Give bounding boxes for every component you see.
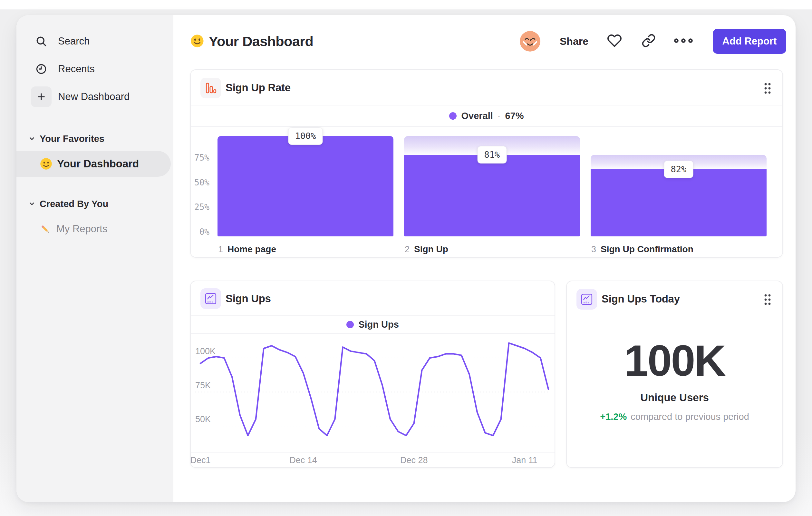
funnel-bar bbox=[218, 136, 394, 236]
sidebar-item-label: Your Dashboard bbox=[57, 151, 139, 177]
funnel-y-tick: 0% bbox=[191, 227, 209, 237]
page-title: Your Dashboard bbox=[209, 32, 313, 51]
metric-value: 100K bbox=[567, 335, 782, 386]
share-button[interactable]: Share bbox=[555, 31, 593, 52]
funnel-step-label: 3Sign Up Confirmation bbox=[591, 243, 693, 256]
section-title: Created By You bbox=[40, 195, 108, 213]
card-header: Sign Ups Today bbox=[567, 281, 782, 317]
card-title: Sign Ups Today bbox=[602, 281, 680, 317]
sidebar-item-label: My Reports bbox=[56, 219, 107, 239]
favorite-heart-button[interactable] bbox=[604, 31, 625, 52]
sign-up-rate-card: Sign Up Rate Overall · 67% 75%50%25%0%10… bbox=[190, 69, 783, 258]
metric-delta-row: +1.2% compared to previous period bbox=[567, 411, 782, 422]
heart-icon bbox=[607, 33, 622, 49]
clock-icon bbox=[31, 59, 52, 79]
sidebar-item-your-dashboard[interactable]: Your Dashboard bbox=[17, 151, 171, 177]
line-y-tick: 75K bbox=[195, 381, 211, 390]
more-dots-icon bbox=[673, 37, 693, 46]
sidebar-item-my-reports[interactable]: My Reports bbox=[17, 219, 173, 239]
app-window: Search Recents New Dashboard Your Favori… bbox=[17, 15, 795, 502]
chevron-down-icon bbox=[28, 200, 35, 209]
smiley-emoji bbox=[40, 157, 53, 171]
funnel-bar bbox=[404, 155, 580, 236]
section-title: Your Favorites bbox=[40, 130, 105, 148]
drag-handle-icon[interactable] bbox=[761, 293, 774, 307]
funnel-value-chip: 82% bbox=[664, 161, 693, 178]
line-chart-svg bbox=[191, 281, 555, 467]
line-chart: 100K75K50KDec1Dec 14Dec 28Jan 11 bbox=[191, 281, 555, 467]
plus-icon bbox=[31, 86, 52, 107]
sidebar-section-created-by-you[interactable]: Created By You bbox=[17, 195, 173, 213]
funnel-step-label: 2Sign Up bbox=[405, 243, 448, 256]
sidebar-item-search[interactable]: Search bbox=[17, 31, 173, 52]
avatar[interactable] bbox=[520, 31, 540, 52]
copy-link-button[interactable] bbox=[638, 31, 659, 52]
sidebar-item-new-dashboard[interactable]: New Dashboard bbox=[17, 86, 173, 107]
line-x-tick: Jan 11 bbox=[512, 455, 538, 466]
funnel-y-tick: 75% bbox=[191, 153, 209, 163]
chevron-down-icon bbox=[28, 135, 35, 143]
line-x-tick: Dec 14 bbox=[289, 455, 317, 466]
sidebar-item-label: New Dashboard bbox=[58, 86, 129, 107]
line-y-tick: 100K bbox=[195, 346, 215, 356]
sidebar: Search Recents New Dashboard Your Favori… bbox=[17, 15, 173, 502]
funnel-y-tick: 50% bbox=[191, 178, 209, 188]
line-chart-icon bbox=[576, 289, 597, 309]
pencil-emoji bbox=[40, 223, 52, 237]
delta-note: compared to previous period bbox=[631, 411, 749, 422]
line-y-tick: 50K bbox=[195, 414, 211, 424]
sidebar-item-label: Search bbox=[58, 31, 90, 52]
line-x-tick: Dec 28 bbox=[400, 455, 428, 466]
funnel-bar bbox=[591, 169, 766, 236]
sign-ups-today-card: Sign Ups Today 100K Unique Users +1.2% c… bbox=[566, 280, 783, 468]
metric-label: Unique Users bbox=[567, 391, 782, 404]
delta-value: +1.2% bbox=[600, 411, 627, 422]
line-x-tick: Dec1 bbox=[190, 455, 210, 466]
sidebar-item-recents[interactable]: Recents bbox=[17, 59, 173, 79]
title-smiley-emoji bbox=[190, 34, 204, 49]
funnel-chart: 75%50%25%0%100%1Home page81%2Sign Up82%3… bbox=[191, 70, 782, 257]
sidebar-section-your-favorites[interactable]: Your Favorites bbox=[17, 130, 173, 148]
link-icon bbox=[642, 33, 656, 49]
funnel-y-tick: 25% bbox=[191, 202, 209, 212]
sign-ups-card: Sign Ups Sign Ups 100K75K50KDec1Dec 14De… bbox=[190, 280, 555, 468]
more-options-button[interactable] bbox=[669, 31, 698, 52]
add-report-button[interactable]: Add Report bbox=[713, 29, 786, 54]
sidebar-item-label: Recents bbox=[58, 59, 95, 79]
funnel-step-label: 1Home page bbox=[218, 243, 276, 256]
search-icon bbox=[31, 31, 52, 52]
funnel-value-chip: 81% bbox=[477, 146, 507, 164]
funnel-value-chip: 100% bbox=[288, 127, 323, 145]
